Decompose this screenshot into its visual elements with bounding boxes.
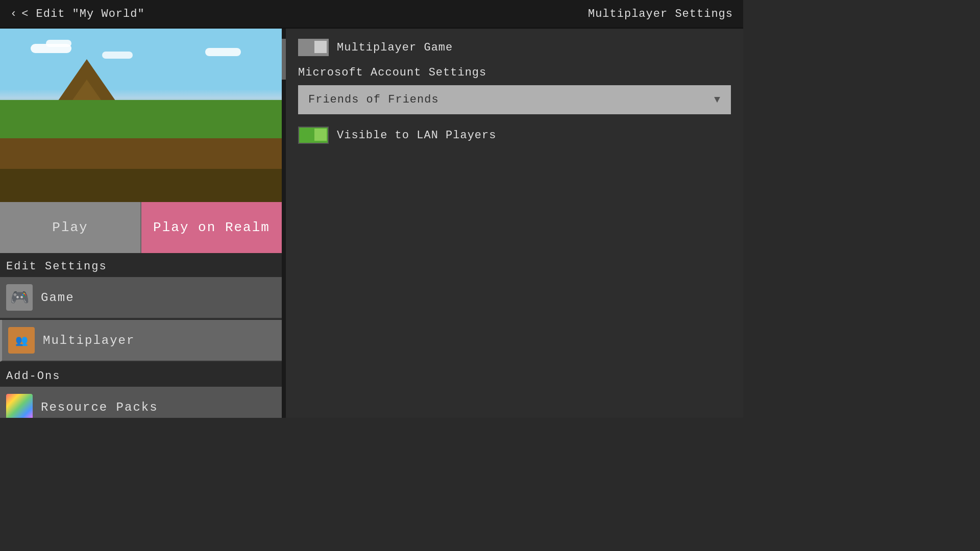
left-panel-wrapper: Play Play on Realm Edit Settings 🎮 Game … [0,29,286,418]
game-icon: 🎮 [6,284,33,311]
addons-header: Add-Ons [0,363,282,387]
resource-packs-label: Resource Packs [41,400,158,414]
action-buttons-row: Play Play on Realm [0,202,282,253]
terrain-grass [0,100,282,141]
multiplayer-game-row: Multiplayer Game [298,39,731,56]
header-right-title: Multiplayer Settings [588,8,733,20]
back-button[interactable]: ‹ < Edit "My World" [10,8,145,20]
dropdown-arrow-icon: ▼ [714,94,721,106]
terrain-dirt [0,138,282,171]
lan-players-label: Visible to LAN Players [337,129,496,142]
sidebar-item-multiplayer[interactable]: 👥 Multiplayer [0,320,282,362]
multiplayer-game-toggle[interactable] [298,39,329,56]
back-arrow-icon: ‹ [10,8,17,20]
world-preview [0,29,282,202]
header-back-label: < Edit "My World" [21,8,144,20]
dropdown-value: Friends of Friends [308,93,439,106]
edit-settings-header: Edit Settings [0,253,282,277]
scrollbar-thumb[interactable] [282,39,286,80]
right-panel: Multiplayer Game Microsoft Account Setti… [286,29,743,418]
main-layout: Play Play on Realm Edit Settings 🎮 Game … [0,29,743,418]
scrollbar-track[interactable] [282,29,286,418]
sidebar-item-game[interactable]: 🎮 Game [0,277,282,319]
terrain-deep [0,169,282,202]
left-panel: Play Play on Realm Edit Settings 🎮 Game … [0,29,282,418]
header: ‹ < Edit "My World" Multiplayer Settings [0,0,743,29]
friends-dropdown[interactable]: Friends of Friends ▼ [298,85,731,114]
lan-players-row: Visible to LAN Players [298,127,731,144]
play-on-realm-button[interactable]: Play on Realm [141,202,282,253]
multiplayer-icon: 👥 [8,327,35,354]
play-button[interactable]: Play [0,202,141,253]
ms-account-label: Microsoft Account Settings [298,66,731,79]
multiplayer-game-label: Multiplayer Game [337,41,453,54]
cloud-2 [46,40,71,47]
multiplayer-label: Multiplayer [43,334,135,347]
cloud-4 [205,48,241,56]
sidebar-item-resource-packs[interactable]: Resource Packs [0,387,282,418]
lan-players-toggle[interactable] [298,127,329,144]
game-label: Game [41,291,75,305]
cloud-3 [102,52,133,59]
resource-packs-icon [6,394,33,418]
